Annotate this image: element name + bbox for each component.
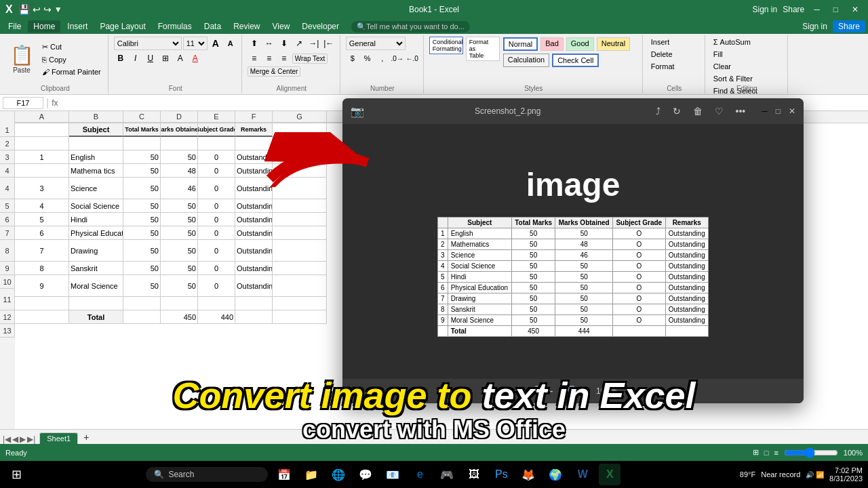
row-num-6[interactable]: 5	[0, 199, 15, 213]
cell-c6[interactable]: 50	[123, 199, 161, 213]
row-num-12[interactable]: 11	[0, 289, 15, 310]
cell-b1[interactable]: Subject	[69, 123, 123, 137]
zoom-in-button[interactable]: 🔍+	[563, 384, 591, 399]
menu-search-box[interactable]: 🔍 Tell me what you want to do...	[351, 21, 470, 33]
cell-c13[interactable]	[123, 310, 161, 324]
cell-g7[interactable]	[273, 213, 327, 226]
share-btn[interactable]: Share	[833, 20, 865, 33]
cell-c8[interactable]: 50	[123, 226, 161, 240]
cell-a4[interactable]	[15, 164, 69, 178]
cell-c10[interactable]: 50	[123, 262, 161, 275]
cell-b7[interactable]: Hindi	[69, 213, 123, 226]
format-button[interactable]: Format	[648, 61, 701, 72]
view-normal-icon[interactable]: ⊞	[753, 448, 759, 457]
sort-filter-button[interactable]: Sort & Filter	[711, 73, 783, 84]
menu-page-layout[interactable]: Page Layout	[94, 20, 151, 33]
style-normal[interactable]: Normal	[503, 37, 538, 51]
increase-font-button[interactable]: A	[209, 37, 222, 50]
font-family-select[interactable]: Calibri	[114, 37, 182, 50]
cell-e12[interactable]	[198, 297, 235, 310]
paste-button[interactable]: 📋 Paste	[7, 39, 37, 79]
indent-decrease-button[interactable]: |←	[322, 37, 336, 50]
cell-g10[interactable]	[273, 262, 327, 275]
cell-f6[interactable]: Outstanding	[235, 199, 273, 213]
viewer-more-icon[interactable]: •••	[732, 104, 750, 118]
cell-f4[interactable]: Outstanding	[235, 164, 273, 178]
zoom-slider[interactable]	[784, 447, 838, 458]
taskbar-files-icon[interactable]: 📁	[300, 464, 322, 485]
col-header-d[interactable]: D	[161, 111, 198, 123]
increase-decimal-button[interactable]: .0→	[391, 52, 404, 65]
cell-e4[interactable]: 0	[198, 164, 235, 178]
cell-g2[interactable]	[273, 137, 327, 150]
indent-increase-button[interactable]: →|	[307, 37, 321, 50]
align-middle-button[interactable]: ↔	[262, 37, 276, 50]
menu-review[interactable]: Review	[228, 20, 265, 33]
viewer-close-icon[interactable]: ✕	[789, 106, 795, 116]
col-header-a[interactable]: A	[15, 111, 69, 123]
taskbar-word-icon[interactable]: W	[572, 464, 593, 485]
cell-d5[interactable]: 46	[161, 178, 198, 199]
cell-b9[interactable]: Drawing	[69, 240, 123, 262]
cell-e11[interactable]: 0	[198, 275, 235, 297]
cell-a9[interactable]: 7	[15, 240, 69, 262]
share-button[interactable]: Share	[783, 5, 804, 14]
signin-btn[interactable]: Sign in	[802, 22, 827, 31]
cell-a11[interactable]: 9	[15, 275, 69, 297]
cell-g8[interactable]	[273, 226, 327, 240]
col-header-g[interactable]: G	[273, 111, 327, 123]
cell-c9[interactable]: 50	[123, 240, 161, 262]
cell-c12[interactable]	[123, 297, 161, 310]
cell-d3[interactable]: 50	[161, 150, 198, 164]
copy-button[interactable]: ⎘ Copy	[39, 54, 104, 65]
taskbar-excel-icon[interactable]: X	[599, 464, 620, 485]
row-num-4[interactable]: 4	[0, 164, 15, 178]
cell-f10[interactable]: Outstanding	[235, 262, 273, 275]
insert-button[interactable]: Insert	[648, 37, 701, 47]
cell-d6[interactable]: 50	[161, 199, 198, 213]
cell-f13[interactable]	[235, 310, 273, 324]
font-size-select[interactable]: 11	[183, 37, 208, 50]
fill-button[interactable]: Fill	[711, 49, 783, 60]
cell-c5[interactable]: 50	[123, 178, 161, 199]
cell-c11[interactable]: 50	[123, 275, 161, 297]
decrease-font-button[interactable]: A	[224, 37, 237, 50]
clock[interactable]: 7:02 PM 8/31/2023	[829, 466, 863, 483]
viewer-favorite-icon[interactable]: ♡	[711, 104, 728, 118]
cell-a10[interactable]: 8	[15, 262, 69, 275]
cell-b3[interactable]: English	[69, 150, 123, 164]
fill-color-button[interactable]: A	[174, 52, 187, 65]
cell-d8[interactable]: 50	[161, 226, 198, 240]
function-wizard-icon[interactable]: fx	[52, 98, 58, 108]
menu-developer[interactable]: Developer	[296, 20, 344, 33]
cell-e2[interactable]	[198, 137, 235, 150]
taskbar-firefox-icon[interactable]: 🦊	[517, 464, 539, 485]
taskbar-chat-icon[interactable]: 💬	[355, 464, 376, 485]
col-header-e[interactable]: E	[198, 111, 235, 123]
cell-e13[interactable]: 440	[198, 310, 235, 324]
border-button[interactable]: ⊞	[159, 52, 172, 65]
cell-e6[interactable]: 0	[198, 199, 235, 213]
col-header-b[interactable]: B	[69, 111, 123, 123]
decrease-decimal-button[interactable]: ←.0	[406, 52, 419, 65]
cell-g9[interactable]	[273, 240, 327, 262]
viewer-rotate-icon[interactable]: ↻	[669, 104, 685, 118]
cell-d12[interactable]	[161, 297, 198, 310]
align-left-button[interactable]: ≡	[248, 52, 261, 65]
cell-c7[interactable]: 50	[123, 213, 161, 226]
cell-c3[interactable]: 50	[123, 150, 161, 164]
cell-f8[interactable]: Outstanding	[235, 226, 273, 240]
signin-link[interactable]: Sign in	[753, 5, 778, 14]
save-icon[interactable]: 💾	[18, 4, 30, 15]
cell-e1[interactable]: Subject Grade	[198, 123, 235, 137]
viewer-minimize-icon[interactable]: ─	[762, 106, 768, 116]
row-num-7[interactable]: 6	[0, 213, 15, 226]
cell-f9[interactable]: Outstanding	[235, 240, 273, 262]
cell-a8[interactable]: 6	[15, 226, 69, 240]
row-num-1[interactable]: 1	[0, 123, 15, 137]
viewer-maximize-icon[interactable]: □	[776, 106, 781, 116]
wrap-text-button[interactable]: Wrap Text	[292, 54, 328, 64]
style-good[interactable]: Good	[566, 37, 594, 51]
cell-b8[interactable]: Physical Education	[69, 226, 123, 240]
menu-formulas[interactable]: Formulas	[153, 20, 197, 33]
